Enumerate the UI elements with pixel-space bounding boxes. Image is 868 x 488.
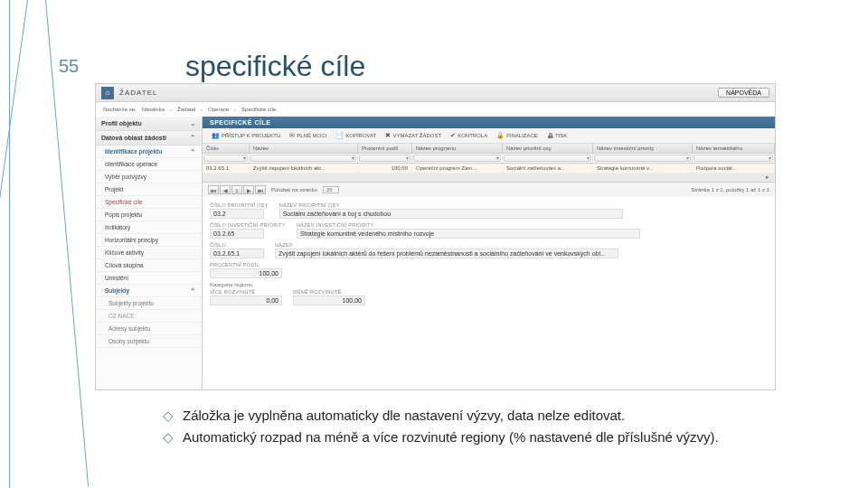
top-tab-applicant[interactable]: ŽADATEL bbox=[119, 89, 157, 97]
label-pct: PROCENTNÍ PODÍL bbox=[210, 262, 282, 267]
sidebar-item-persons[interactable]: Osoby subjektu bbox=[96, 335, 202, 348]
help-button[interactable]: NÁPOVĚDA bbox=[718, 88, 769, 98]
filter-input[interactable] bbox=[693, 155, 773, 162]
field-ip-name: Strategie komunitně vedeného místního ro… bbox=[297, 229, 640, 239]
col-theme[interactable]: Název tematického bbox=[693, 144, 775, 153]
breadcrumb-item[interactable]: Operace bbox=[208, 107, 229, 112]
filter-input[interactable] bbox=[359, 155, 410, 162]
col-program[interactable]: Název programu bbox=[412, 144, 503, 153]
label-ip-num: ČÍSLO INVESTIČNÍ PRIORITY bbox=[210, 222, 286, 228]
mail-icon: ✉ bbox=[289, 132, 295, 139]
slide-number: 55 bbox=[59, 56, 79, 77]
home-icon[interactable]: ⌂ bbox=[101, 87, 114, 99]
sidebar-item-subjects[interactable]: Subjekty ⌃ bbox=[96, 285, 202, 297]
pager: ⏮ ◀ 1 ▶ ⏭ Položek na stránku 25 Stránka … bbox=[203, 183, 775, 197]
breadcrumb-item[interactable]: Žadatel bbox=[177, 107, 195, 112]
cell-priority: Strategie komunitně v... bbox=[593, 164, 693, 173]
field-pct: 100,00 bbox=[210, 268, 282, 278]
col-priority[interactable]: Název investiční priority bbox=[593, 144, 693, 153]
tool-finalize[interactable]: 🔒FINALIZACE bbox=[493, 131, 542, 140]
section-heading: SPECIFICKÉ CÍLE bbox=[203, 117, 775, 128]
app-screenshot: ⌂ ŽADATEL NÁPOVĚDA Nacházíte se: Nástěnk… bbox=[95, 83, 776, 390]
tool-check[interactable]: ✔KONTROLA bbox=[447, 131, 491, 140]
note-line-2: Automatický rozpad na méně a více rozvin… bbox=[183, 428, 719, 446]
col-name[interactable]: Název bbox=[250, 144, 358, 153]
pager-size-label: Položek na stránku bbox=[271, 187, 317, 192]
sidebar-item-addresses[interactable]: Adresy subjektu bbox=[96, 323, 202, 335]
cell-pct: 100,00 bbox=[358, 164, 412, 173]
sidebar-item-indicators[interactable]: Indikátory bbox=[96, 221, 202, 234]
label-num: ČÍSLO bbox=[210, 242, 264, 248]
pager-next[interactable]: ▶ bbox=[243, 185, 254, 194]
users-icon: 👥 bbox=[212, 132, 220, 139]
filter-input[interactable] bbox=[504, 155, 591, 162]
grid-row[interactable]: 03.2.65.1 Zvýšit zapojení lokálních akt.… bbox=[203, 164, 775, 174]
bullet-icon: ◇ bbox=[163, 407, 174, 425]
pager-first[interactable]: ⏮ bbox=[208, 185, 219, 194]
filter-input[interactable] bbox=[203, 155, 248, 162]
col-pct[interactable]: Procentní podíl bbox=[358, 144, 412, 153]
cell-theme: Podpora sociál... bbox=[693, 164, 775, 173]
field-axis-name: Sociální začleňování a boj s chudobou bbox=[279, 209, 623, 219]
tool-print[interactable]: 🖶TISK bbox=[543, 131, 571, 140]
slide-title: specifické cíle bbox=[185, 50, 365, 83]
grid-expand-handle[interactable]: ▸ bbox=[203, 174, 775, 183]
sidebar-item-desc[interactable]: Popis projektu bbox=[96, 209, 202, 221]
print-icon: 🖶 bbox=[547, 133, 553, 139]
field-num: 03.2.65.1 bbox=[210, 249, 264, 258]
breadcrumb-label: Nacházíte se: bbox=[103, 107, 137, 112]
lock-icon: 🔒 bbox=[496, 132, 505, 139]
tool-access[interactable]: 👥PŘÍSTUP K PROJEKTU bbox=[208, 131, 284, 140]
label-axis-name: NÁZEV PRIORITNÍ OSY bbox=[279, 202, 623, 208]
label-less-dev: MÉNĚ ROZVINUTÉ bbox=[293, 289, 365, 295]
breadcrumb-item[interactable]: Nástěnka bbox=[142, 107, 165, 112]
field-name: Zvýšit zapojení lokálních aktérů do řeše… bbox=[275, 249, 618, 258]
sidebar-item-cz-nace[interactable]: CZ NACE bbox=[96, 310, 202, 323]
grid-header: Číslo Název Procentní podíl Název progra… bbox=[203, 144, 775, 154]
sidebar: Profil objektu⌄ Datová oblast žádosti⌃ I… bbox=[96, 117, 203, 390]
check-icon: ✔ bbox=[450, 132, 456, 139]
field-axis-num: 03.2 bbox=[210, 209, 264, 219]
sidebar-item-project-subjects[interactable]: Subjekty projektu bbox=[96, 297, 202, 310]
detail-form: ČÍSLO PRIORITNÍ OSY03.2 NÁZEV PRIORITNÍ … bbox=[203, 197, 775, 314]
pager-size-select[interactable]: 25 bbox=[323, 186, 339, 193]
label-region-category: Kategorie regionu: bbox=[210, 282, 768, 287]
copy-icon: 📄 bbox=[335, 132, 344, 139]
filter-input[interactable] bbox=[250, 155, 356, 162]
pager-last[interactable]: ⏭ bbox=[255, 185, 266, 194]
sidebar-item-target-group[interactable]: Cílová skupina bbox=[96, 259, 202, 272]
chevron-up-icon: ⌃ bbox=[190, 134, 196, 142]
grid-filter-row bbox=[203, 154, 775, 164]
tool-copy[interactable]: 📄KOPÍROVAT bbox=[332, 131, 380, 140]
sidebar-section-data-area[interactable]: Datová oblast žádosti⌃ bbox=[96, 131, 202, 145]
pager-prev[interactable]: ◀ bbox=[220, 185, 231, 194]
field-more-dev: 0,00 bbox=[210, 296, 282, 305]
label-name: NÁZEV bbox=[275, 242, 618, 248]
sidebar-item-horizontal[interactable]: Horizontální principy bbox=[96, 234, 202, 247]
sidebar-item-project[interactable]: Projekt bbox=[96, 183, 202, 196]
filter-input[interactable] bbox=[413, 155, 501, 162]
sidebar-item-identification[interactable]: Identifikace projektu ⌃ bbox=[96, 145, 202, 158]
field-ip-num: 03.2.65 bbox=[210, 229, 264, 239]
chevron-down-icon: ⌄ bbox=[190, 119, 196, 127]
tool-delete[interactable]: ✖VYMAZAT ŽÁDOST bbox=[382, 131, 445, 140]
sidebar-item-location[interactable]: Umístění bbox=[96, 272, 202, 285]
col-axis[interactable]: Název prioritní osy bbox=[503, 144, 593, 153]
sidebar-item-specific-goals[interactable]: Specifické cíle bbox=[96, 196, 202, 209]
sidebar-item-id-operation[interactable]: Identifikace operace bbox=[96, 158, 202, 171]
filter-input[interactable] bbox=[594, 155, 691, 162]
note-line-1: Záložka je vyplněna automaticky dle nast… bbox=[183, 407, 625, 425]
label-axis-num: ČÍSLO PRIORITNÍ OSY bbox=[210, 202, 269, 208]
chevron-up-icon: ⌃ bbox=[190, 148, 196, 156]
field-less-dev: 100,00 bbox=[293, 296, 365, 305]
delete-icon: ✖ bbox=[385, 132, 391, 139]
slide-notes: ◇Záložka je vyplněna automaticky dle nas… bbox=[163, 407, 796, 451]
breadcrumb-item: Specifické cíle bbox=[241, 107, 276, 112]
tool-powers[interactable]: ✉PLNÉ MOCI bbox=[286, 131, 330, 140]
cell-number: 03.2.65.1 bbox=[203, 164, 250, 173]
sidebar-section-profile[interactable]: Profil objektu⌄ bbox=[96, 117, 202, 131]
sidebar-item-call-select[interactable]: Výběr podvýzvy bbox=[96, 171, 202, 183]
col-number[interactable]: Číslo bbox=[203, 144, 250, 153]
sidebar-item-key-activities[interactable]: Klíčové aktivity bbox=[96, 247, 202, 259]
toolbar: 👥PŘÍSTUP K PROJEKTU ✉PLNÉ MOCI 📄KOPÍROVA… bbox=[203, 128, 775, 144]
